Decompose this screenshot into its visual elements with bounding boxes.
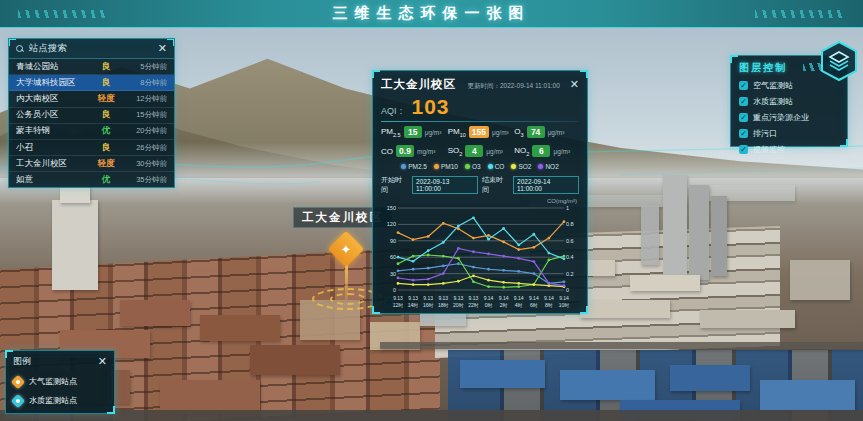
station-row[interactable]: 小召良26分钟前	[9, 140, 174, 156]
station-list-panel: 站点搜索 ✕ 青城公园站良5分钟前大学城科技园区良8分钟前内大南校区轻度12分钟…	[8, 38, 175, 188]
station-glyph-icon: ✦	[341, 242, 352, 257]
svg-text:9.142时: 9.142时	[499, 295, 509, 308]
header-bar: 三维生态环保一张图	[0, 0, 863, 28]
aqi-label: AQI：	[381, 105, 406, 118]
svg-text:9.1410时: 9.1410时	[559, 295, 570, 308]
pollutant-trend-chart[interactable]: 00300.2600.4900.61200.815019.1312时9.1314…	[381, 204, 581, 316]
svg-text:1: 1	[566, 205, 569, 211]
layer-item[interactable]: ✓水质监测站	[739, 96, 839, 107]
update-time: 20分钟前	[119, 126, 167, 136]
svg-text:9.1316时: 9.1316时	[423, 295, 434, 308]
pollutant-name: NO2	[514, 146, 529, 157]
station-marker-icon	[11, 374, 25, 388]
chart-legend-item[interactable]: O3	[465, 163, 481, 170]
svg-text:0.4: 0.4	[566, 254, 574, 260]
svg-text:9.1318时: 9.1318时	[438, 295, 449, 308]
header-decoration-left	[18, 10, 108, 18]
air-station-marker[interactable]: ✦	[333, 236, 359, 262]
svg-text:30: 30	[390, 271, 396, 277]
pollutant-name: CO	[381, 147, 393, 156]
aqi-level-badge: 轻度	[93, 93, 119, 105]
layer-label: 水质监测站	[753, 96, 793, 107]
pollutant-value-badge: 155	[469, 126, 489, 138]
legend-label: SO2	[518, 163, 531, 170]
layer-item[interactable]: ✓视频监控	[739, 144, 839, 155]
legend-dot-icon	[465, 164, 470, 169]
chart-legend-item[interactable]: SO2	[511, 163, 531, 170]
pollutant-value-badge: 4	[465, 145, 483, 157]
checkbox-icon[interactable]: ✓	[739, 81, 748, 90]
svg-text:9.140时: 9.140时	[484, 295, 494, 308]
legend-panel-title: 图例	[13, 355, 98, 368]
aqi-level-badge: 优	[93, 125, 119, 137]
station-panel-header: 站点搜索 ✕	[9, 39, 174, 59]
checkbox-icon[interactable]: ✓	[739, 129, 748, 138]
legend-label: O3	[472, 163, 481, 170]
station-row[interactable]: 蒙丰特钢优20分钟前	[9, 124, 174, 140]
marker-diamond-icon: ✦	[328, 231, 365, 268]
page-title: 三维生态环保一张图	[333, 4, 531, 23]
checkbox-icon[interactable]: ✓	[739, 113, 748, 122]
pollutant-name: O3	[514, 127, 523, 138]
pollutant-cell: NO26μg/m³	[514, 145, 579, 157]
svg-text:9.1312时: 9.1312时	[393, 295, 404, 308]
station-row[interactable]: 如意优35分钟前	[9, 172, 174, 188]
legend-close-icon[interactable]: ✕	[98, 356, 107, 367]
close-icon[interactable]: ✕	[158, 43, 167, 54]
legend-label: NO2	[545, 163, 558, 170]
aqi-level-badge: 优	[93, 174, 119, 186]
popup-update-time: 更新时间：2022-09-14 11:01:00	[462, 82, 564, 91]
chart-legend-item[interactable]: NO2	[538, 163, 558, 170]
update-time: 26分钟前	[119, 143, 167, 153]
chart-legend: PM2.5PM10O3COSO2NO2	[381, 163, 579, 170]
pollutant-unit: μg/m³	[492, 129, 509, 136]
svg-text:60: 60	[390, 254, 396, 260]
checkbox-icon[interactable]: ✓	[739, 145, 748, 154]
legend-dot-icon	[538, 164, 543, 169]
layer-label: 重点污染源企业	[753, 112, 809, 123]
layer-item[interactable]: ✓重点污染源企业	[739, 112, 839, 123]
end-time-label: 结束时间	[482, 175, 509, 195]
checkbox-icon[interactable]: ✓	[739, 97, 748, 106]
station-row[interactable]: 大学城科技园区良8分钟前	[9, 75, 174, 91]
popup-close-icon[interactable]: ✕	[570, 79, 579, 90]
chart-legend-item[interactable]: PM2.5	[401, 163, 427, 170]
pollutant-value-badge: 15	[404, 126, 422, 138]
layers-hex-button[interactable]	[820, 40, 858, 82]
station-row[interactable]: 工大金川校区轻度30分钟前	[9, 156, 174, 172]
svg-text:90: 90	[390, 238, 396, 244]
pollutant-name: PM2.5	[381, 127, 401, 138]
station-name: 青城公园站	[16, 61, 93, 73]
update-time: 8分钟前	[119, 78, 167, 88]
pollutant-cell: PM2.515μg/m³	[381, 126, 446, 138]
pollutant-unit: μg/m³	[548, 129, 565, 136]
update-time: 5分钟前	[119, 62, 167, 72]
pollutant-cell: PM10155μg/m³	[448, 126, 513, 138]
marker-ring-inner	[330, 293, 366, 305]
station-row[interactable]: 公务员小区良15分钟前	[9, 108, 174, 124]
divider	[381, 121, 579, 122]
pollutant-cell: SO24μg/m³	[448, 145, 513, 157]
search-icon	[16, 45, 24, 53]
layer-label: 排污口	[753, 128, 777, 139]
start-time-input[interactable]: 2022-09-13 11:00:00	[412, 176, 478, 194]
chart-legend-item[interactable]: CO	[488, 163, 505, 170]
pollutant-unit: μg/m³	[425, 129, 442, 136]
station-panel-title: 站点搜索	[29, 42, 153, 55]
station-name: 大学城科技园区	[16, 77, 93, 89]
chart-legend-item[interactable]: PM10	[434, 163, 458, 170]
aqi-level-badge: 良	[93, 61, 119, 73]
update-time: 12分钟前	[119, 94, 167, 104]
station-row[interactable]: 内大南校区轻度12分钟前	[9, 91, 174, 107]
pollutant-unit: mg/m³	[417, 148, 435, 155]
aqi-value: 103	[412, 95, 450, 119]
svg-text:0.6: 0.6	[566, 238, 574, 244]
legend-label: PM10	[441, 163, 458, 170]
layer-item[interactable]: ✓排污口	[739, 128, 839, 139]
aqi-level-badge: 轻度	[93, 158, 119, 170]
station-row[interactable]: 青城公园站良5分钟前	[9, 59, 174, 75]
aqi-level-badge: 良	[93, 77, 119, 89]
end-time-input[interactable]: 2022-09-14 11:00:00	[513, 176, 579, 194]
svg-text:120: 120	[387, 221, 396, 227]
pollutant-value-badge: 6	[532, 145, 550, 157]
